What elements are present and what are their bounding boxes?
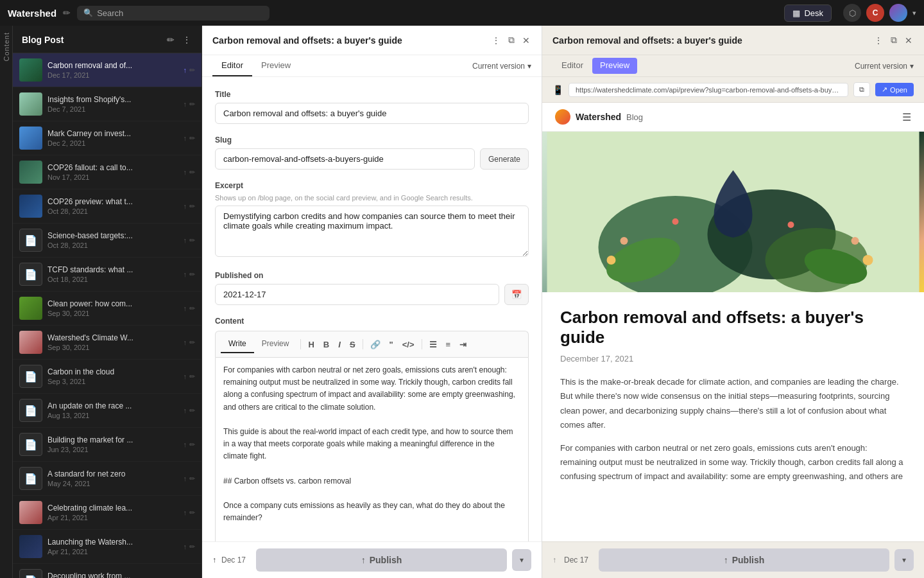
date-input[interactable] xyxy=(215,284,499,305)
middle-more-btn[interactable]: ⋮ xyxy=(490,34,502,47)
list-item[interactable]: 📄 Decoupling work from ... Mar 25, 2021 … xyxy=(13,564,201,578)
user-menu-chevron[interactable]: ▾ xyxy=(912,9,916,17)
link-btn[interactable]: 🔗 xyxy=(367,338,384,351)
list-item[interactable]: Launching the Watersh... Apr 21, 2021 ↑ … xyxy=(13,530,201,564)
list-item[interactable]: 📄 Carbon in the cloud Sep 3, 2021 ↑ ✏ xyxy=(13,360,201,394)
middle-close-btn[interactable]: ✕ xyxy=(521,34,531,47)
post-edit-icon[interactable]: ✏ xyxy=(189,372,195,381)
post-publish-icon[interactable]: ↑ xyxy=(184,202,187,210)
right-close-btn[interactable]: ✕ xyxy=(903,34,914,47)
publish-button[interactable]: ↑ Publish xyxy=(256,548,507,572)
list-item[interactable]: 📄 Science-based targets:... Oct 28, 2021… xyxy=(13,223,201,258)
post-publish-icon[interactable]: ↑ xyxy=(184,475,187,482)
tab-editor[interactable]: Editor xyxy=(212,55,252,76)
post-edit-icon[interactable]: ✏ xyxy=(189,66,195,74)
list-item[interactable]: 📄 TCFD standards: what ... Oct 18, 2021 … xyxy=(13,258,201,292)
right-footer-up-icon: ↑ xyxy=(552,556,556,565)
list-item[interactable]: Carbon removal and of... Dec 17, 2021 ↑ … xyxy=(13,53,201,87)
calendar-button[interactable]: 📅 xyxy=(504,284,529,305)
quote-btn[interactable]: " xyxy=(386,338,397,351)
list-item[interactable]: COP26 fallout: a call to... Nov 17, 2021… xyxy=(13,155,201,189)
indent-btn[interactable]: ⇥ xyxy=(456,338,470,351)
slug-input[interactable] xyxy=(215,148,475,170)
post-publish-icon[interactable]: ↑ xyxy=(184,543,187,550)
list-item[interactable]: 📄 A standard for net zero May 24, 2021 ↑… xyxy=(13,462,201,496)
post-edit-icon[interactable]: ✏ xyxy=(189,543,195,551)
post-publish-icon[interactable]: ↑ xyxy=(184,304,187,312)
list-item[interactable]: Celebrating climate lea... Apr 21, 2021 … xyxy=(13,496,201,530)
list-item[interactable]: Clean power: how com... Sep 30, 2021 ↑ ✏ xyxy=(13,292,201,326)
post-publish-icon[interactable]: ↑ xyxy=(184,441,187,448)
post-info: Carbon removal and of... Dec 17, 2021 xyxy=(47,61,178,79)
bold-btn[interactable]: B xyxy=(320,338,332,351)
post-publish-icon[interactable]: ↑ xyxy=(184,509,187,516)
right-split-btn[interactable]: ⧉ xyxy=(889,33,898,47)
post-publish-icon[interactable]: ↑ xyxy=(184,168,187,176)
site-menu-icon[interactable]: ☰ xyxy=(902,111,911,123)
post-edit-icon[interactable]: ✏ xyxy=(189,304,195,313)
tab-preview[interactable]: Preview xyxy=(252,55,300,76)
strikethrough-btn[interactable]: S xyxy=(346,338,359,351)
post-edit-icon[interactable]: ✏ xyxy=(189,441,195,449)
italic-btn[interactable]: I xyxy=(335,338,344,351)
post-publish-icon[interactable]: ↑ xyxy=(184,236,187,244)
ul-btn[interactable]: ☰ xyxy=(426,338,440,351)
list-item[interactable]: 📄 Building the market for ... Jun 23, 20… xyxy=(13,428,201,462)
code-btn[interactable]: </> xyxy=(399,338,418,351)
post-publish-icon[interactable]: ↑ xyxy=(184,134,187,142)
post-publish-icon[interactable]: ↑ xyxy=(184,100,187,108)
write-tab[interactable]: Write xyxy=(221,335,254,353)
list-item[interactable]: COP26 preview: what t... Oct 28, 2021 ↑ … xyxy=(13,189,201,223)
excerpt-textarea[interactable] xyxy=(215,206,529,257)
post-publish-icon[interactable]: ↑ xyxy=(184,66,187,74)
post-edit-icon[interactable]: ✏ xyxy=(189,100,195,109)
post-edit-icon[interactable]: ✏ xyxy=(189,168,195,177)
list-item[interactable]: Mark Carney on invest... Dec 2, 2021 ↑ ✏ xyxy=(13,121,201,155)
list-item[interactable]: Watershed's Climate W... Sep 30, 2021 ↑ … xyxy=(13,326,201,360)
right-panel: Carbon removal and offsets: a buyer's gu… xyxy=(542,26,924,578)
ol-btn[interactable]: ≡ xyxy=(443,338,454,351)
right-publish-chevron-btn[interactable]: ▾ xyxy=(894,549,914,571)
heading-btn[interactable]: H xyxy=(305,338,317,351)
content-preview-tab[interactable]: Preview xyxy=(254,335,297,353)
middle-split-btn[interactable]: ⧉ xyxy=(507,33,516,47)
post-publish-icon[interactable]: ↑ xyxy=(184,407,187,414)
post-edit-icon[interactable]: ✏ xyxy=(189,338,195,347)
version-dropdown[interactable]: Current version ▾ xyxy=(472,55,531,76)
title-input[interactable] xyxy=(215,103,529,124)
post-thumb: 📄 xyxy=(19,263,42,286)
cube-icon-btn[interactable]: ⬡ xyxy=(843,4,861,22)
post-publish-icon[interactable]: ↑ xyxy=(184,372,187,380)
post-edit-icon[interactable]: ✏ xyxy=(189,407,195,415)
post-info: A standard for net zero May 24, 2021 xyxy=(47,469,178,487)
right-more-btn[interactable]: ⋮ xyxy=(873,34,884,47)
editor-body[interactable]: For companies with carbon neutral or net… xyxy=(215,357,529,541)
edit-icon[interactable]: ✏ xyxy=(63,8,71,18)
search-bar[interactable]: 🔍 Search xyxy=(77,6,270,21)
publish-chevron-btn[interactable]: ▾ xyxy=(512,549,531,571)
post-edit-icon[interactable]: ✏ xyxy=(189,134,195,143)
desk-button[interactable]: ▦ Desk xyxy=(784,4,832,22)
post-edit-icon[interactable]: ✏ xyxy=(189,270,195,279)
post-edit-icon[interactable]: ✏ xyxy=(189,475,195,483)
post-edit-icon[interactable]: ✏ xyxy=(189,236,195,245)
list-item[interactable]: 📄 An update on the race ... Aug 13, 2021… xyxy=(13,394,201,428)
generate-button[interactable]: Generate xyxy=(480,148,529,170)
editor-toolbar: Write Preview H B I S 🔗 " </> ☰ ≡ ⇥ xyxy=(215,331,529,357)
preview-open-btn[interactable]: ↗ Open xyxy=(875,83,914,96)
post-publish-icon[interactable]: ↑ xyxy=(184,338,187,346)
device-icon[interactable]: 📱 xyxy=(552,85,563,95)
post-publish-icon[interactable]: ↑ xyxy=(184,270,187,278)
right-publish-button[interactable]: ↑ Publish xyxy=(599,548,889,572)
right-tab-editor[interactable]: Editor xyxy=(552,55,592,76)
more-button[interactable]: ⋮ xyxy=(181,33,193,46)
post-edit-icon[interactable]: ✏ xyxy=(189,509,195,517)
post-edit-icon[interactable]: ✏ xyxy=(189,202,195,211)
compose-button[interactable]: ✏ xyxy=(166,33,176,46)
user-avatar-photo[interactable] xyxy=(889,4,907,22)
right-version-dropdown[interactable]: Current version ▾ xyxy=(855,55,914,76)
right-tab-preview[interactable]: Preview xyxy=(592,58,637,74)
user-avatar-c[interactable]: C xyxy=(866,4,884,22)
list-item[interactable]: Insights from Shopify's... Dec 7, 2021 ↑… xyxy=(13,87,201,121)
preview-copy-btn[interactable]: ⧉ xyxy=(853,82,870,97)
